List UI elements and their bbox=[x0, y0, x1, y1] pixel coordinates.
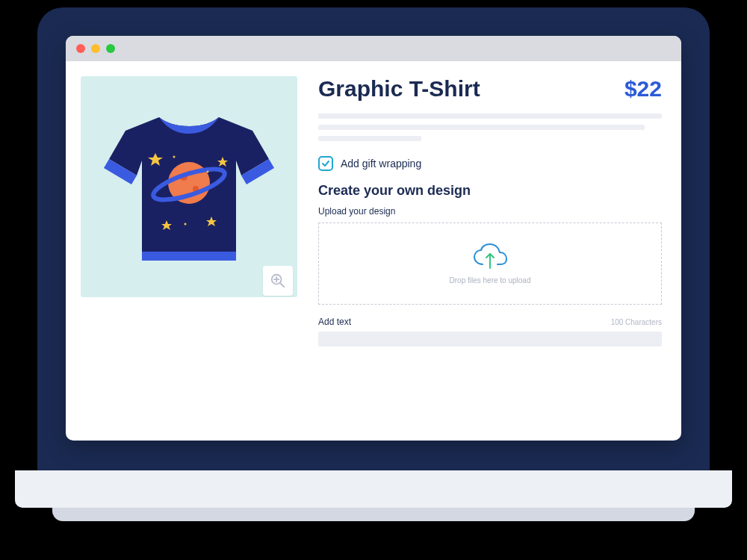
browser-window: Graphic T-Shirt $22 bbox=[66, 36, 681, 441]
custom-text-input[interactable] bbox=[318, 332, 662, 346]
product-page: Graphic T-Shirt $22 bbox=[66, 61, 681, 441]
screen-bezel: Graphic T-Shirt $22 bbox=[37, 7, 710, 470]
check-icon bbox=[321, 159, 330, 168]
add-text-label: Add text bbox=[318, 317, 351, 327]
gift-wrapping-option[interactable]: Add gift wrapping bbox=[318, 156, 662, 171]
product-image[interactable] bbox=[81, 76, 297, 297]
product-title: Graphic T-Shirt bbox=[318, 76, 480, 102]
zoom-in-icon bbox=[270, 273, 286, 289]
tshirt-graphic bbox=[103, 101, 275, 273]
svg-point-11 bbox=[185, 223, 187, 225]
gift-wrapping-label: Add gift wrapping bbox=[341, 158, 421, 169]
character-limit-hint: 100 Characters bbox=[611, 318, 662, 326]
dropzone-hint: Drop files here to upload bbox=[450, 276, 531, 284]
upload-dropzone[interactable]: Drop files here to upload bbox=[318, 223, 662, 305]
svg-point-9 bbox=[173, 156, 176, 158]
browser-titlebar bbox=[66, 36, 681, 61]
zoom-in-button[interactable] bbox=[263, 266, 293, 296]
cloud-upload-icon bbox=[472, 243, 508, 270]
svg-rect-0 bbox=[142, 252, 236, 261]
upload-label: Upload your design bbox=[318, 206, 662, 217]
svg-line-13 bbox=[280, 283, 285, 287]
custom-design-heading: Create your own design bbox=[318, 183, 662, 199]
product-description-placeholder bbox=[318, 113, 662, 141]
maximize-window-icon[interactable] bbox=[106, 44, 115, 53]
minimize-window-icon[interactable] bbox=[91, 44, 100, 53]
svg-point-10 bbox=[207, 171, 209, 173]
gift-wrapping-checkbox[interactable] bbox=[318, 156, 333, 171]
laptop-base bbox=[37, 470, 710, 523]
close-window-icon[interactable] bbox=[76, 44, 85, 53]
product-details: Graphic T-Shirt $22 bbox=[318, 76, 662, 426]
laptop-frame: Graphic T-Shirt $22 bbox=[37, 7, 710, 523]
product-image-panel bbox=[81, 76, 297, 426]
product-price: $22 bbox=[624, 76, 662, 102]
